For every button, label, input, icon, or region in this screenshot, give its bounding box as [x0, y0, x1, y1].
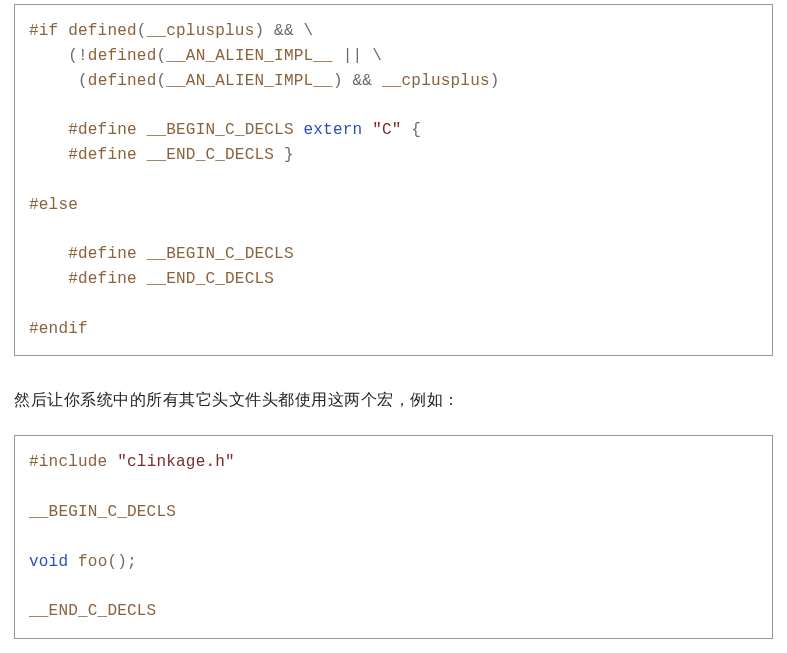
defined-call: defined [88, 47, 157, 65]
kw-extern: extern [304, 121, 363, 139]
indent [29, 146, 68, 164]
fn-parens: (); [107, 553, 136, 571]
indent [29, 47, 68, 65]
indent [29, 270, 68, 288]
line-continuation: \ [304, 22, 314, 40]
macro-end-c-decls: __END_C_DECLS [29, 602, 156, 620]
brace-close: } [284, 146, 294, 164]
op-and: && [264, 22, 303, 40]
defined-call: defined [58, 22, 136, 40]
space [362, 121, 372, 139]
pp-include: #include [29, 453, 107, 471]
kw-void: void [29, 553, 68, 571]
pp-define: #define [68, 270, 137, 288]
pp-define: #define [68, 121, 137, 139]
macro-cplusplus: __cplusplus [382, 72, 490, 90]
paren-open: ( [78, 72, 88, 90]
fn-foo: foo [78, 553, 107, 571]
macro-cplusplus: __cplusplus [147, 22, 255, 40]
code-block-2: #include "clinkage.h" __BEGIN_C_DECLS vo… [14, 435, 773, 639]
pp-define: #define [68, 146, 137, 164]
macro-begin-c-decls: __BEGIN_C_DECLS [147, 121, 294, 139]
space [137, 121, 147, 139]
indent [29, 245, 68, 263]
paren-close: ) [254, 22, 264, 40]
paren-open: ( [156, 47, 166, 65]
code-block-1: #if defined(__cplusplus) && \ (!defined(… [14, 4, 773, 356]
macro-alien: __AN_ALIEN_IMPL__ [166, 72, 333, 90]
macro-end-c-decls: __END_C_DECLS [147, 270, 274, 288]
space [68, 553, 78, 571]
paren-close: ) [490, 72, 500, 90]
str-c: "C" [372, 121, 401, 139]
space [137, 270, 147, 288]
op-or: || [333, 47, 372, 65]
paren-open: ( [156, 72, 166, 90]
brace-open: { [411, 121, 421, 139]
defined-call: defined [88, 72, 157, 90]
explanatory-paragraph: 然后让你系统中的所有其它头文件头都使用这两个宏，例如： [14, 390, 773, 411]
indent [29, 72, 78, 90]
space [274, 146, 284, 164]
space [137, 245, 147, 263]
pp-else: #else [29, 196, 78, 214]
pp-endif: #endif [29, 320, 88, 338]
macro-begin-c-decls: __BEGIN_C_DECLS [147, 245, 294, 263]
space [294, 121, 304, 139]
line-continuation: \ [372, 47, 382, 65]
macro-alien: __AN_ALIEN_IMPL__ [166, 47, 333, 65]
space [137, 146, 147, 164]
include-path: "clinkage.h" [117, 453, 235, 471]
pp-if: #if [29, 22, 58, 40]
space [107, 453, 117, 471]
space [402, 121, 412, 139]
macro-begin-c-decls: __BEGIN_C_DECLS [29, 503, 176, 521]
op-and: && [343, 72, 382, 90]
indent [29, 121, 68, 139]
paren-not: (! [68, 47, 88, 65]
paren-open: ( [137, 22, 147, 40]
pp-define: #define [68, 245, 137, 263]
macro-end-c-decls: __END_C_DECLS [147, 146, 274, 164]
paren-close: ) [333, 72, 343, 90]
